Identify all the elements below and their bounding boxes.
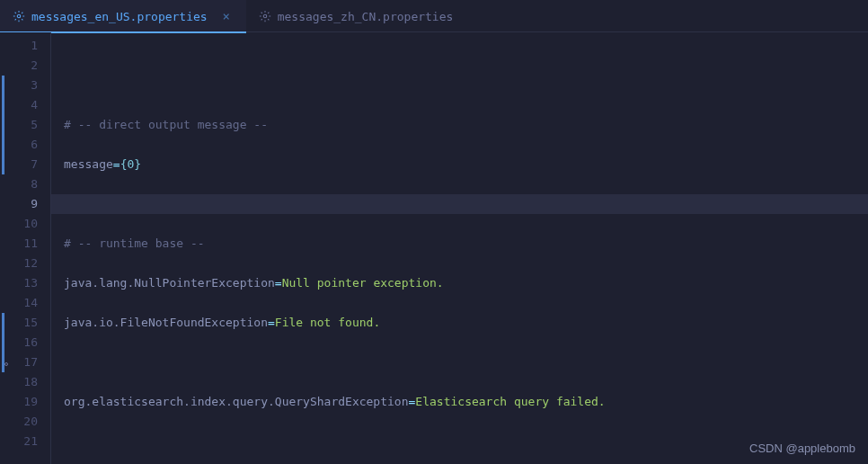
line-number: 19 — [0, 392, 38, 412]
prop-key: java.lang.NullPointerException — [64, 276, 275, 290]
tab-label: messages_en_US.properties — [31, 10, 208, 23]
prop-key: java.io.FileNotFoundException — [64, 316, 268, 329]
tabs-bar: messages_en_US.properties × messages_zh_… — [0, 0, 868, 32]
line-number: 1 — [0, 36, 38, 56]
code-comment: # -- runtime base -- — [64, 236, 205, 250]
line-number: 14 — [0, 293, 38, 313]
code-area[interactable]: # -- direct output message -- message={0… — [50, 32, 868, 464]
line-number: 15 — [0, 313, 38, 333]
tab-label: messages_zh_CN.properties — [278, 10, 454, 23]
line-number: 3 — [0, 76, 38, 95]
prop-value: Null pointer exception. — [282, 276, 444, 290]
prop-value: File not found. — [275, 316, 380, 329]
gear-icon — [259, 10, 271, 22]
placeholder: {0} — [120, 157, 141, 171]
prop-key: message — [64, 157, 113, 171]
line-number: 16 — [0, 333, 38, 352]
tab-messages-en[interactable]: messages_en_US.properties × — [0, 0, 246, 32]
line-number: 21 — [0, 432, 38, 451]
svg-point-1 — [263, 14, 267, 18]
line-number: 18 — [0, 372, 38, 392]
line-number: 5 — [0, 115, 38, 135]
line-number: 13 — [0, 273, 38, 293]
edit-dot-icon — [4, 362, 8, 366]
line-number: 8 — [0, 174, 38, 194]
line-number: 11 — [0, 234, 38, 254]
gutter: 1 2 3 4 5 6 7 8 9 10 11 12 13 14 15 16 1… — [0, 32, 50, 464]
tab-messages-zh[interactable]: messages_zh_CN.properties — [246, 0, 466, 32]
equals: = — [113, 157, 120, 171]
code-comment: # -- direct output message -- — [64, 118, 268, 131]
line-number: 2 — [0, 56, 38, 76]
prop-key: org.elasticsearch.index.query.QueryShard… — [64, 395, 409, 408]
line-number: 7 — [0, 155, 38, 174]
line-number: 6 — [0, 135, 38, 155]
prop-value: Elasticsearch query failed. — [415, 395, 605, 408]
line-number: 20 — [0, 412, 38, 432]
svg-point-0 — [17, 14, 21, 18]
line-number: 9 — [0, 194, 38, 214]
line-number: 12 — [0, 254, 38, 273]
editor-area: 1 2 3 4 5 6 7 8 9 10 11 12 13 14 15 16 1… — [0, 32, 868, 464]
close-icon[interactable]: × — [219, 9, 234, 23]
modified-marker — [2, 76, 4, 174]
gear-icon — [13, 10, 25, 22]
equals: = — [268, 316, 275, 329]
line-number: 10 — [0, 214, 38, 234]
equals: = — [275, 276, 282, 290]
line-number: 4 — [0, 95, 38, 115]
